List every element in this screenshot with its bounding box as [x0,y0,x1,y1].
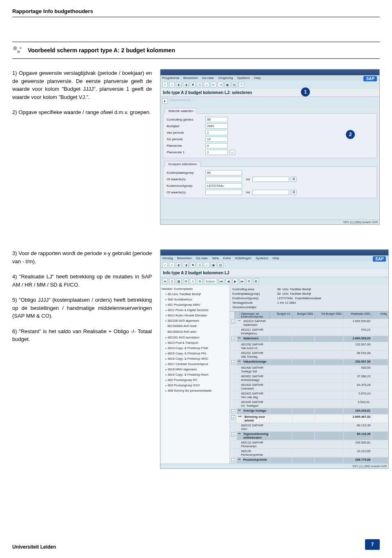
of-waarde-input[interactable] [205,190,242,195]
menu-item[interactable]: Extra [223,256,231,260]
expand-icon[interactable]: ▪ [231,337,235,341]
toolbar-button[interactable]: ✉ [183,278,189,284]
toolbar-button[interactable]: ⇩ [190,278,196,284]
table-row[interactable]: 481201 SAP/HR Vak.Toeslag98.516,98 [230,351,388,359]
of-waarde-to-input[interactable] [252,177,289,182]
table-row[interactable]: ▪**Pensioenpremie208.775,80 [230,457,388,464]
toolbar-button[interactable]: ✓ [162,82,168,87]
table-row[interactable]: 481949 SAP/HR Ov. Toelagen3.933,41- [230,400,388,408]
toolbar-button[interactable]: ⇆ [162,278,168,284]
toolbar-button[interactable]: ⌕ [204,262,209,268]
tree-node[interactable]: 8014 Copy- & Printshop FSW [165,345,229,351]
expand-icon[interactable]: ▪ [231,409,235,413]
of-waarde-to-input[interactable] [252,190,289,195]
tree-node[interactable]: 801200 AVD algemeen [165,318,229,323]
boekjaar-input[interactable]: 2881 [205,123,228,129]
tree-node[interactable]: 803 Productgroep GGV [165,383,229,388]
toolbar-button[interactable]: ♼ [253,278,259,284]
menu-item[interactable]: Ga naar [196,256,208,260]
planversie1-input[interactable]: 1 [205,150,228,155]
tree-node[interactable]: 808 Dummy tbv personeelslaste [165,388,229,393]
table-row[interactable]: 481902 SAP/HR Overwerk64.479,28 [230,383,388,391]
tree-node[interactable]: 8011 Photo & Digital Services [165,307,229,313]
toolbar-button[interactable]: ⎙ [197,262,203,268]
tree-node[interactable]: 8016 Copy- & Printshop WSC [165,356,229,361]
menu-item[interactable]: Systeem [237,76,250,80]
table-row[interactable]: ▪**Vakantietoelage230.597,58 [230,359,388,365]
controlling-input[interactable]: 88 [205,117,228,122]
tree-node[interactable]: 800 Hoofdkantoor [165,297,229,302]
menu-item[interactable]: Help [254,76,261,80]
toolbar-button[interactable]: ▣ [225,82,230,87]
toolbar-button[interactable]: ⎙ [197,82,203,87]
tree-node[interactable]: 80 Univ. Facilitair Bedrijf [165,291,229,297]
tree-node[interactable]: 8015 Copy- & Printshop PKL [165,351,229,356]
menu-item[interactable]: Help [272,256,279,260]
toolbar-button[interactable]: ? [238,82,244,87]
tot-periode-input[interactable]: 12 [205,137,228,142]
menu-item[interactable]: Programma [162,76,179,80]
toolbar-button[interactable]: ◀ [225,278,231,284]
table-row[interactable]: 481901 SAP/HR Ambtstoelage37.286,23 [230,374,388,383]
toolbar-button[interactable]: ◐ [176,82,182,87]
tree-node[interactable]: 8018 MMV algemeen [165,367,229,372]
table-row[interactable]: 481011 SAP/HR Eindejaarsu976,21 [230,327,388,336]
table-row[interactable]: 481200 SAP/HR Vak.toesl.v3132.007,60 [230,342,388,351]
toolbar-button[interactable]: ◐ [176,262,182,268]
sap-menubar[interactable]: Programma Bewerken Ga naar Omgeving Syst… [160,75,379,81]
tree-node[interactable]: 8017 Centrale Documentprod [165,361,229,367]
toolbar-button[interactable]: ✓ [162,262,168,268]
tree-pane[interactable]: Variatie: Kostenplaats 80 Univ. Facilita… [160,285,230,464]
tree-node[interactable]: 8013 Post & Transport [165,340,229,345]
table-row[interactable]: ▪***Beloning voor arbeid2.995.487,52 [230,415,388,423]
menu-item[interactable]: Systeem [256,256,268,260]
menu-item[interactable]: Ga naar [202,76,214,80]
table-row[interactable]: 481900 SAP/HR Toelage Sal930,55 [230,365,388,374]
multi-select-icon[interactable]: ⇶ [291,177,296,182]
toolbar-button[interactable]: ⏮ [218,278,224,284]
tree-node[interactable]: 801201 AVD kennisken [165,335,229,340]
tree-node[interactable]: 801 Productgroep MMV [165,302,229,307]
toolbar-button[interactable]: ▤ [232,82,237,87]
kostenplaatsgroep-input[interactable]: 80 [205,170,242,175]
of-waarde-input[interactable] [205,177,242,182]
menu-item[interactable]: Instellingen [235,256,251,260]
table-row[interactable]: 481903 SAP/HR Verr.vak.dag5.670,24 [230,391,388,400]
toolbar-button[interactable]: ⏭ [239,278,245,284]
toolbar-button[interactable]: Kolom [204,278,217,284]
menu-item[interactable]: Bewerken [177,256,192,260]
expand-icon[interactable]: ▪ [231,360,235,364]
toolbar-button[interactable]: ⇤ [211,82,216,87]
toolbar-button[interactable]: ⌕ [204,82,209,87]
menu-item[interactable]: Verslag [162,256,173,260]
planversie-input[interactable]: 0 [205,143,228,148]
table-row[interactable]: 482150 Pensioenpremie10.210,05 [230,449,388,457]
tree-node[interactable]: 802 Productgroep RV [165,377,229,383]
sap-menubar[interactable]: Verslag Bewerken Ga naar View Extra Inst… [160,255,388,261]
toolbar-button[interactable]: ⚙ [246,278,252,284]
expand-icon[interactable]: ▪ [231,415,235,419]
toolbar-button[interactable]: ✖ [190,262,196,268]
menu-item[interactable]: View [212,256,219,260]
van-periode-input[interactable]: 1 [205,130,228,135]
lookup-icon[interactable]: ⌕ [229,150,235,155]
tree-node[interactable]: 801200010 AVD adm [165,329,229,335]
table-row[interactable]: ▪**Salarissen2.660.526,03 [230,336,388,342]
expand-icon[interactable]: ▪ [231,458,235,462]
data-grid[interactable]: Opbrengst- en kostensoortgroep Budget VJ… [230,311,388,464]
panel-tab-selection[interactable]: Selectie waarden [165,108,197,114]
toolbar-button[interactable]: ▤ [218,262,223,268]
toolbar-button[interactable]: ⇥ [218,82,223,87]
table-row[interactable]: 482010 SAP/HR ZNU89.116,39 [230,423,388,432]
table-row[interactable]: ▪**481010 SAP/HR Salarissen2.659.549,82 [230,319,388,327]
menu-item[interactable]: Bewerken [183,76,198,80]
table-row[interactable]: 482110 SAP/HR Pensioenpr.198.505,81 [230,440,388,449]
panel-tab-groups[interactable]: Groepen selecteren [165,161,200,167]
tree-node[interactable]: 801200000 AVD leidir [165,323,229,329]
toolbar-button[interactable]: ⌂ [169,82,175,87]
multi-select-icon[interactable]: ⇶ [291,190,296,195]
table-row[interactable]: ▪**Tegemoetkoming ziektekosten89.116,39 [230,432,388,440]
menu-item[interactable]: Omgeving [218,76,233,80]
toolbar-button[interactable]: ◑ [183,262,189,268]
toolbar-button[interactable]: ▶ [232,278,238,284]
